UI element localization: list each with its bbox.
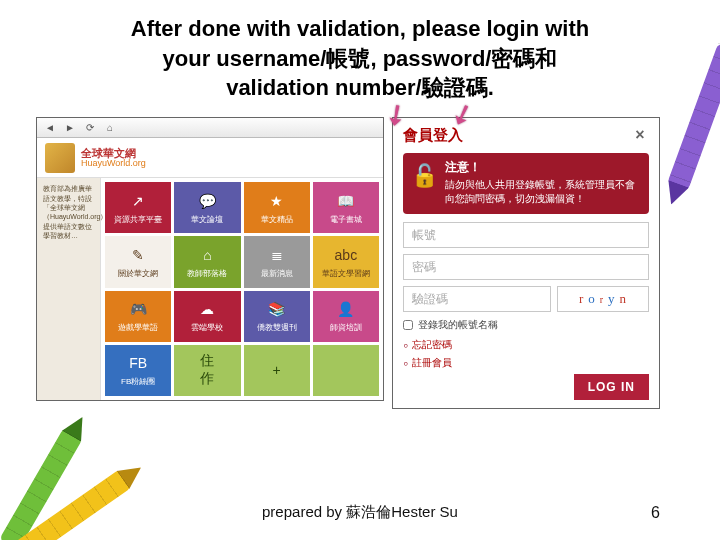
captcha-image: roryn bbox=[557, 286, 649, 312]
title-line: After done with validation, please login… bbox=[131, 16, 589, 41]
captcha-input[interactable]: 驗證碼 bbox=[403, 286, 551, 312]
tile-icon: 📖 bbox=[334, 191, 358, 211]
portal-tile[interactable]: ≣最新消息 bbox=[244, 236, 310, 287]
close-icon[interactable]: × bbox=[631, 127, 649, 145]
portal-tile[interactable]: 🎮遊戲學華語 bbox=[105, 291, 171, 342]
portal-tile[interactable]: FBFB粉絲團 bbox=[105, 345, 171, 396]
portal-tile[interactable]: 📚僑教雙週刊 bbox=[244, 291, 310, 342]
portal-tile[interactable]: 💬華文論壇 bbox=[174, 182, 240, 233]
portal-tile[interactable]: abc華語文學習網 bbox=[313, 236, 379, 287]
back-icon[interactable]: ◄ bbox=[43, 121, 57, 135]
website-screenshot: ◄ ► ⟳ ⌂ 全球華文網 HuayuWorld.org 教育部為推廣華語文教學… bbox=[36, 117, 384, 401]
portal-tile[interactable]: 住作 bbox=[174, 345, 240, 396]
remember-label: 登錄我的帳號名稱 bbox=[418, 318, 498, 332]
tile-label: FB粉絲團 bbox=[121, 376, 155, 387]
register-link[interactable]: 註冊會員 bbox=[403, 356, 649, 370]
tile-icon: 💬 bbox=[195, 191, 219, 211]
tile-icon: ★ bbox=[265, 191, 289, 211]
tile-icon: ⌂ bbox=[195, 245, 219, 265]
tile-icon: 住作 bbox=[195, 360, 219, 380]
tile-label: 關於華文網 bbox=[118, 268, 158, 279]
username-input[interactable]: 帳號 bbox=[403, 222, 649, 248]
tile-label: 雲端學校 bbox=[191, 322, 223, 333]
tile-icon: 📚 bbox=[265, 299, 289, 319]
portal-tile[interactable]: 👤師資培訓 bbox=[313, 291, 379, 342]
tile-label: 師資培訓 bbox=[330, 322, 362, 333]
portal-tile[interactable]: 📖電子書城 bbox=[313, 182, 379, 233]
tile-label: 僑教雙週刊 bbox=[257, 322, 297, 333]
password-input[interactable]: 密碼 bbox=[403, 254, 649, 280]
warning-title: 注意！ bbox=[445, 159, 641, 176]
remember-checkbox-box[interactable] bbox=[403, 320, 413, 330]
tile-icon: 🎮 bbox=[126, 299, 150, 319]
remember-checkbox[interactable]: 登錄我的帳號名稱 bbox=[403, 318, 649, 332]
portal-tile[interactable]: ★華文精品 bbox=[244, 182, 310, 233]
tile-icon: abc bbox=[334, 245, 358, 265]
title-line: validation number/驗證碼. bbox=[226, 75, 494, 100]
tile-label: 最新消息 bbox=[261, 268, 293, 279]
site-logo-icon bbox=[45, 143, 75, 173]
footer-credit: prepared by 蘇浩倫Hester Su bbox=[0, 503, 720, 522]
portal-tile[interactable]: ☁雲端學校 bbox=[174, 291, 240, 342]
tile-icon: ✎ bbox=[126, 245, 150, 265]
slide-number: 6 bbox=[651, 504, 660, 522]
tile-label: 華文精品 bbox=[261, 214, 293, 225]
tile-label: 電子書城 bbox=[330, 214, 362, 225]
tile-icon: 👤 bbox=[334, 299, 358, 319]
site-name-cn: 全球華文網 bbox=[81, 147, 146, 159]
tile-label: 華語文學習網 bbox=[322, 268, 370, 279]
portal-grid: ↗資源共享平臺💬華文論壇★華文精品📖電子書城✎關於華文網⌂教師部落格≣最新消息a… bbox=[101, 178, 383, 400]
tile-label: 華文論壇 bbox=[191, 214, 223, 225]
title-line: your username/帳號, password/密碼和 bbox=[163, 46, 558, 71]
tile-icon: + bbox=[265, 360, 289, 380]
reload-icon[interactable]: ⟳ bbox=[83, 121, 97, 135]
login-warning: 注意！ 請勿與他人共用登錄帳號，系統管理員不會向您詢問密碼，切勿洩漏個資！ bbox=[403, 153, 649, 214]
warning-body: 請勿與他人共用登錄帳號，系統管理員不會向您詢問密碼，切勿洩漏個資！ bbox=[445, 178, 641, 206]
site-header: 全球華文網 HuayuWorld.org bbox=[37, 138, 383, 178]
tile-icon: ≣ bbox=[265, 245, 289, 265]
home-icon[interactable]: ⌂ bbox=[103, 121, 117, 135]
login-button[interactable]: LOG IN bbox=[574, 374, 649, 400]
portal-tile[interactable]: + bbox=[244, 345, 310, 396]
tile-label: 資源共享平臺 bbox=[114, 214, 162, 225]
slide-title: After done with validation, please login… bbox=[0, 0, 720, 111]
portal-tile[interactable]: ✎關於華文網 bbox=[105, 236, 171, 287]
tile-label: 教師部落格 bbox=[187, 268, 227, 279]
forward-icon[interactable]: ► bbox=[63, 121, 77, 135]
tile-icon bbox=[334, 360, 358, 380]
site-sidebar-blurb: 教育部為推廣華語文教學，特設「全球華文網（HuayuWorld.org）」，提供… bbox=[37, 178, 101, 400]
login-panel: ➘ ➘ 會員登入 × 注意！ 請勿與他人共用登錄帳號，系統管理員不會向您詢問密碼… bbox=[392, 117, 660, 409]
portal-tile[interactable]: ⌂教師部落格 bbox=[174, 236, 240, 287]
tile-icon: FB bbox=[126, 353, 150, 373]
site-name-en: HuayuWorld.org bbox=[81, 159, 146, 169]
forgot-password-link[interactable]: 忘記密碼 bbox=[403, 338, 649, 352]
portal-tile[interactable] bbox=[313, 345, 379, 396]
tile-icon: ↗ bbox=[126, 191, 150, 211]
tile-icon: ☁ bbox=[195, 299, 219, 319]
browser-toolbar: ◄ ► ⟳ ⌂ bbox=[37, 118, 383, 138]
portal-tile[interactable]: ↗資源共享平臺 bbox=[105, 182, 171, 233]
tile-label: 遊戲學華語 bbox=[118, 322, 158, 333]
